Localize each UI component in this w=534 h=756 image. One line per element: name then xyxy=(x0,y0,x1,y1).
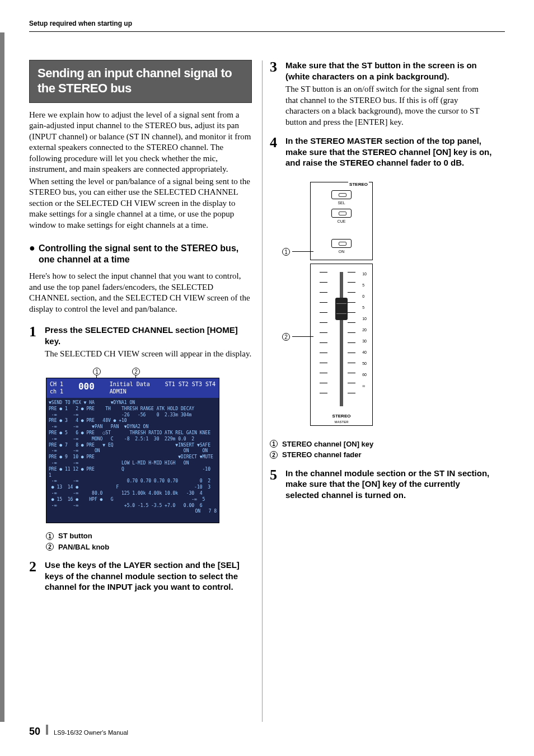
running-header: Setup required when starting up xyxy=(29,19,505,28)
cue-label: CUE xyxy=(313,219,370,224)
legend-1-label: ST button xyxy=(58,531,92,541)
step-4: 4 In the STEREO MASTER section of the to… xyxy=(270,135,493,171)
screenshot-body: ▼SEND TO MIX ▼ HA ▼DYNA1 ON PRE ● 1 2 ● … xyxy=(46,398,219,517)
fader-track xyxy=(340,272,343,406)
panel-stereo-label: STEREO xyxy=(348,182,369,188)
bullet-icon: ● xyxy=(29,243,35,265)
on-label: ON xyxy=(313,249,370,254)
step-1: 1 Press the SELECTED CHANNEL section [HO… xyxy=(29,325,252,360)
figure-2: 1 2 STEREO SEL CUE xyxy=(310,182,493,426)
fig2-legend-1-label: STEREO channel [ON] key xyxy=(282,439,373,449)
legend-1-num: 1 xyxy=(46,532,54,540)
step-4-number: 4 xyxy=(270,135,280,171)
page: Setup required when starting up Sending … xyxy=(0,0,534,595)
figure-2-callout-1: 1 xyxy=(282,248,290,256)
figure-1-callout-2: 2 xyxy=(132,368,140,375)
step-3-number: 3 xyxy=(270,60,280,128)
fig2-legend-2-label: STEREO channel fader xyxy=(282,450,362,460)
step-3: 3 Make sure that the ST button in the sc… xyxy=(270,60,493,128)
page-number: 50 xyxy=(29,725,40,738)
header-rule xyxy=(29,31,505,32)
section-title: Sending an input channel signal to the S… xyxy=(38,66,243,96)
step-5-title: In the channel module section or the ST … xyxy=(285,468,493,501)
right-column: 3 Make sure that the ST button in the sc… xyxy=(270,60,493,594)
step-5-number: 5 xyxy=(270,468,280,503)
screenshot-ch-label: CH 1 xyxy=(50,381,63,387)
step-1-number: 1 xyxy=(29,325,39,360)
fig2-legend-1-num: 1 xyxy=(270,440,278,448)
step-3-text: The ST button is an on/off switch for th… xyxy=(285,84,493,128)
column-divider xyxy=(262,60,263,722)
step-1-text: The SELECTED CH VIEW screen will appear … xyxy=(45,349,252,360)
figure-2-legend: 1 STEREO channel [ON] key 2 STEREO chann… xyxy=(270,439,493,460)
figure-2-callout-2: 2 xyxy=(282,333,290,341)
panel-master-label: MASTER xyxy=(311,420,372,424)
intro-paragraph-2: When setting the level or pan/balance of… xyxy=(29,176,252,231)
intro-block: Here we explain how to adjust the level … xyxy=(29,110,252,231)
screenshot-st-indicators: ST1 ST2 ST3 ST4 xyxy=(165,381,216,396)
legend-2-num: 2 xyxy=(46,543,54,551)
left-margin-bar xyxy=(0,32,4,722)
fig2-legend-2-num: 2 xyxy=(270,451,278,459)
section-title-box: Sending an input channel signal to the S… xyxy=(29,60,252,103)
legend-2-label: PAN/BAL knob xyxy=(58,542,109,552)
stereo-master-panel: STEREO SEL CUE ON xyxy=(310,182,373,426)
subheading: ● Controlling the signal sent to the STE… xyxy=(29,243,252,265)
panel-stereo-bottom: STEREO xyxy=(311,414,372,420)
step-4-title: In the STEREO MASTER section of the top … xyxy=(285,135,493,168)
screenshot-scene-number: 000 xyxy=(78,381,95,396)
screenshot-scene-name: Initial Data xyxy=(110,381,150,387)
subheading-paragraph: Here's how to select the input channel t… xyxy=(29,271,252,314)
step-3-title: Make sure that the ST button in the scre… xyxy=(285,60,493,82)
columns: Sending an input channel signal to the S… xyxy=(29,60,505,594)
left-column: Sending an input channel signal to the S… xyxy=(29,60,252,594)
sel-button xyxy=(331,190,352,199)
sel-label: SEL xyxy=(313,200,370,205)
footer-bar xyxy=(46,725,48,735)
intro-paragraph-1: Here we explain how to adjust the level … xyxy=(29,110,252,175)
screenshot-admin: ADMIN xyxy=(110,388,127,395)
on-button xyxy=(331,239,352,248)
step-1-title: Press the SELECTED CHANNEL section [HOME… xyxy=(45,325,252,346)
footer: 50 LS9-16/32 Owner's Manual xyxy=(29,725,128,738)
figure-1-legend: 1 ST button 2 PAN/BAL knob xyxy=(46,531,252,552)
figure-1: 1 2 CH 1 ch 1 000 Initial Data A xyxy=(46,368,252,523)
step-2: 2 Use the keys of the LAYER section and … xyxy=(29,560,252,595)
fader-panel: 10 5 0 5 10 20 30 40 50 60 ∞ xyxy=(310,264,373,426)
manual-title: LS9-16/32 Owner's Manual xyxy=(54,729,128,737)
step-2-number: 2 xyxy=(29,560,39,595)
subheading-text: Controlling the signal sent to the STERE… xyxy=(39,243,252,265)
screenshot-ch-name: ch 1 xyxy=(50,388,63,395)
step-5: 5 In the channel module section or the S… xyxy=(270,468,493,503)
fader-scale: 10 5 0 5 10 20 30 40 50 60 ∞ xyxy=(362,272,367,395)
cue-button xyxy=(331,209,352,218)
fader-knob xyxy=(335,298,348,320)
figure-1-callout-1: 1 xyxy=(93,368,101,375)
step-2-title: Use the keys of the LAYER section and th… xyxy=(45,560,252,593)
screenshot-selected-ch-view: CH 1 ch 1 000 Initial Data ADMIN ST1 ST2… xyxy=(46,378,219,523)
